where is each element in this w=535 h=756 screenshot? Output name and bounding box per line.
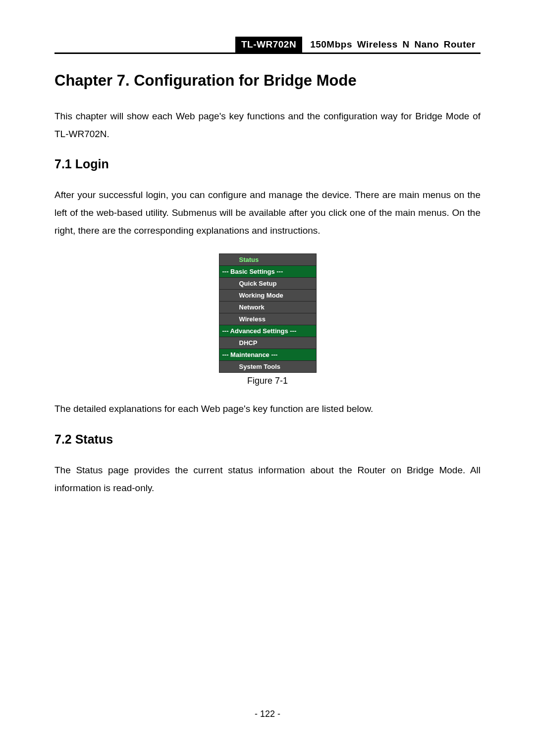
nav-section-maintenance: --- Maintenance --- [219,349,316,361]
nav-item-system-tools: System Tools [219,361,316,372]
section-status-paragraph: The Status page provides the current sta… [54,461,481,497]
nav-item-working-mode: Working Mode [219,290,316,302]
section-login-title: 7.1 Login [54,157,481,171]
nav-item-quick-setup: Quick Setup [219,278,316,290]
chapter-title: Chapter 7. Configuration for Bridge Mode [54,72,481,90]
section-login-footer-paragraph: The detailed explanations for each Web p… [54,400,481,418]
section-login-paragraph: After your successful login, you can con… [54,186,481,240]
nav-section-advanced-settings: --- Advanced Settings --- [219,325,316,337]
nav-item-wireless: Wireless [219,313,316,325]
section-status-title: 7.2 Status [54,432,481,447]
nav-item-network: Network [219,302,316,313]
page-number: - 122 - [0,709,535,719]
nav-item-status: Status [219,254,316,266]
nav-section-basic-settings: --- Basic Settings --- [219,266,316,278]
figure-caption: Figure 7-1 [54,376,481,386]
document-header: TL-WR702N 150Mbps Wireless N Nano Router [54,37,481,54]
header-model-badge: TL-WR702N [235,37,302,52]
chapter-intro-paragraph: This chapter will show each Web page's k… [54,107,481,143]
nav-item-dhcp: DHCP [219,337,316,349]
nav-menu-figure: Status --- Basic Settings --- Quick Setu… [219,253,317,373]
header-product-title: 150Mbps Wireless N Nano Router [302,37,481,52]
